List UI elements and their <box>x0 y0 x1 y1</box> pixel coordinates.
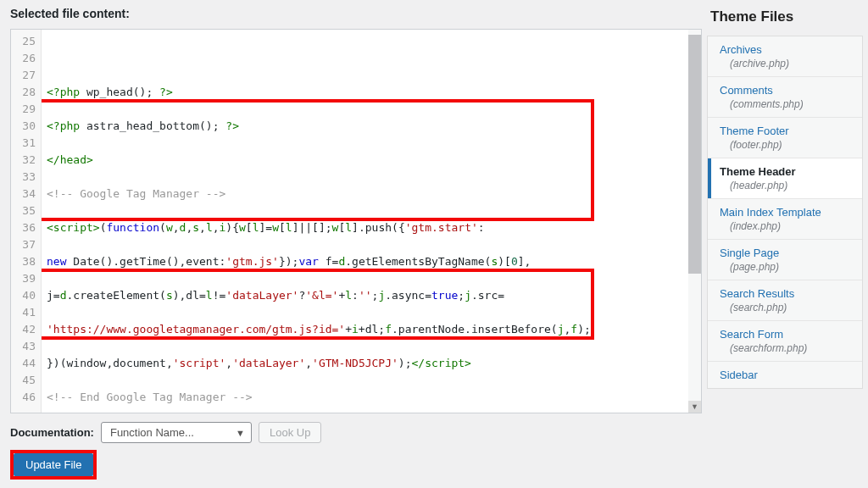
file-item-searchform[interactable]: Search Form (searchform.php) <box>708 320 862 361</box>
sidebar-theme-files: Theme Files Archives (archive.php) Comme… <box>702 0 868 488</box>
update-file-button[interactable]: Update File <box>14 453 93 476</box>
code-editor[interactable]: 2526272829303132333435363738394041424344… <box>10 29 702 413</box>
file-item-header[interactable]: Theme Header (header.php) <box>708 158 862 198</box>
sidebar-heading: Theme Files <box>707 0 863 36</box>
file-item-search[interactable]: Search Results (search.php) <box>708 280 862 320</box>
section-title: Selected file content: <box>10 0 702 29</box>
scrollbar-vertical[interactable]: ▼ <box>688 30 701 413</box>
documentation-label: Documentation: <box>10 426 94 439</box>
line-gutter: 2526272829303132333435363738394041424344… <box>11 30 42 413</box>
highlight-box-update: Update File <box>10 450 97 480</box>
lookup-button[interactable]: Look Up <box>259 422 321 443</box>
footer-bar: Documentation: Function Name... ▼ Look U… <box>10 413 702 450</box>
function-name-select[interactable]: Function Name... <box>101 422 252 443</box>
scroll-thumb[interactable] <box>688 35 701 274</box>
file-item-page[interactable]: Single Page (page.php) <box>708 239 862 280</box>
file-item-footer[interactable]: Theme Footer (footer.php) <box>708 117 862 158</box>
file-item-sidebar[interactable]: Sidebar <box>708 361 862 388</box>
file-item-index[interactable]: Main Index Template (index.php) <box>708 198 862 239</box>
file-item-archives[interactable]: Archives (archive.php) <box>708 36 862 76</box>
scroll-arrow-down-icon[interactable]: ▼ <box>688 401 701 413</box>
code-area[interactable]: <?php wp_head(); ?> <?php astra_head_bot… <box>42 30 701 413</box>
file-item-comments[interactable]: Comments (comments.php) <box>708 76 862 117</box>
